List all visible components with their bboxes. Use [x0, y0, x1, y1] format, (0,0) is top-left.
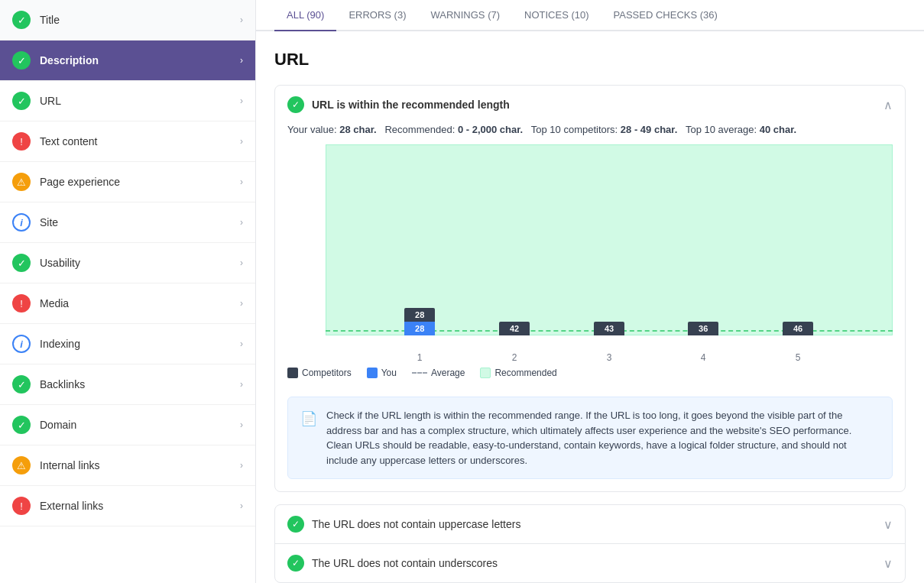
sidebar-label-external-links: External links	[40, 500, 240, 512]
sidebar-chevron-backlinks: ›	[240, 379, 243, 390]
sidebar-label-title: Title	[40, 14, 240, 26]
check-uppercase-icon: ✓	[287, 516, 304, 533]
main-check-header[interactable]: ✓ URL is within the recommended length ∧	[275, 86, 905, 124]
your-value: 28 char.	[339, 124, 376, 135]
check-underscores-chevron[interactable]: ∨	[883, 556, 893, 571]
sidebar-label-description: Description	[40, 54, 240, 66]
chart-inner: 28 28 42 43 36	[326, 144, 893, 335]
sidebar-item-site[interactable]: iSite›	[0, 202, 255, 243]
legend-dot-recommended	[480, 368, 491, 378]
sidebar-icon-external-links: !	[12, 497, 31, 515]
legend-recommended: Recommended	[480, 368, 556, 378]
sidebar-icon-title: ✓	[12, 11, 31, 29]
legend-recommended-label: Recommended	[494, 368, 556, 378]
sidebar-icon-usability: ✓	[12, 254, 31, 272]
tab-passed[interactable]: PASSED CHECKS (36)	[601, 0, 730, 31]
bar-group-2: 42	[499, 322, 530, 335]
check-pass-icon: ✓	[287, 96, 304, 113]
bar-competitor-1: 28	[404, 308, 435, 322]
legend-competitors-label: Competitors	[302, 368, 352, 378]
tab-warnings[interactable]: WARNINGS (7)	[419, 0, 513, 31]
sidebar-item-page-experience[interactable]: ⚠Page experience›	[0, 162, 255, 202]
recommended-label: Recommended:	[384, 124, 455, 135]
content-area: URL ✓ URL is within the recommended leng…	[256, 31, 924, 583]
check-uppercase-label: The URL does not contain uppercase lette…	[312, 518, 883, 530]
sidebar-chevron-page-experience: ›	[240, 177, 243, 187]
bar-competitor-5: 46	[783, 322, 813, 335]
sidebar-icon-media: !	[12, 294, 31, 313]
sidebar-icon-domain: ✓	[12, 416, 31, 434]
legend-you: You	[367, 368, 397, 378]
sidebar-item-url[interactable]: ✓URL›	[0, 81, 255, 121]
chart-background	[326, 144, 893, 335]
legend-dot-average	[412, 372, 427, 374]
sidebar-item-internal-links[interactable]: ⚠Internal links›	[0, 445, 255, 486]
sidebar-chevron-description: ›	[240, 55, 243, 66]
sidebar-icon-page-experience: ⚠	[12, 173, 31, 191]
info-text: Check if the URL length is within the re…	[326, 408, 880, 468]
sidebar-chevron-title: ›	[240, 15, 243, 25]
top10-value: 28 - 49 char.	[621, 124, 677, 135]
chart-section: Your value: 28 char. Recommended: 0 - 2,…	[275, 124, 905, 390]
sidebar: ✓Title›✓Description›✓URL›!Text content›⚠…	[0, 0, 256, 583]
sidebar-icon-url: ✓	[12, 92, 31, 110]
tab-notices[interactable]: NOTICES (10)	[512, 0, 601, 31]
sidebar-item-text-content[interactable]: !Text content›	[0, 121, 255, 162]
sidebar-item-external-links[interactable]: !External links›	[0, 486, 255, 526]
sidebar-chevron-domain: ›	[240, 419, 243, 430]
your-value-label: Your value:	[287, 124, 337, 135]
page-title: URL	[274, 50, 906, 70]
tab-all[interactable]: ALL (90)	[274, 0, 336, 31]
sidebar-item-media[interactable]: !Media›	[0, 283, 255, 324]
sidebar-item-domain[interactable]: ✓Domain›	[0, 405, 255, 445]
main-check-title: URL is within the recommended length	[312, 99, 883, 111]
sidebar-item-indexing[interactable]: iIndexing›	[0, 324, 255, 364]
bar-chart: 0 500 1000 1500 2000 28	[287, 144, 893, 358]
avg-label: Top 10 average:	[686, 124, 757, 135]
legend-you-label: You	[381, 368, 397, 378]
bar-group-1: 28 28	[404, 308, 435, 335]
sidebar-chevron-text-content: ›	[240, 136, 243, 147]
bar-group-4: 36	[688, 322, 718, 335]
bar-competitor-4: 36	[688, 322, 718, 335]
sidebar-item-title[interactable]: ✓Title›	[0, 0, 255, 40]
sidebar-label-indexing: Indexing	[40, 338, 240, 350]
sidebar-label-text-content: Text content	[40, 135, 240, 147]
main-content: ALL (90)ERRORS (3)WARNINGS (7)NOTICES (1…	[256, 0, 924, 583]
sidebar-chevron-site: ›	[240, 217, 243, 228]
sidebar-chevron-internal-links: ›	[240, 460, 243, 471]
check-uppercase-chevron[interactable]: ∨	[883, 517, 893, 532]
collapse-icon[interactable]: ∧	[883, 98, 893, 112]
legend-competitors: Competitors	[287, 368, 352, 378]
sidebar-item-backlinks[interactable]: ✓Backlinks›	[0, 364, 255, 405]
sidebar-label-media: Media	[40, 297, 240, 309]
tab-errors[interactable]: ERRORS (3)	[336, 0, 418, 31]
bottom-checks-block: ✓ The URL does not contain uppercase let…	[274, 504, 906, 583]
sidebar-label-site: Site	[40, 216, 240, 228]
check-uppercase[interactable]: ✓ The URL does not contain uppercase let…	[275, 505, 905, 544]
sidebar-icon-backlinks: ✓	[12, 375, 31, 394]
chart-meta: Your value: 28 char. Recommended: 0 - 2,…	[287, 124, 893, 135]
check-underscores-label: The URL does not contain underscores	[312, 557, 883, 569]
check-underscores-icon: ✓	[287, 555, 304, 572]
legend-average-label: Average	[431, 368, 465, 378]
bar-competitor-2: 42	[499, 322, 530, 335]
legend-dot-competitors	[287, 368, 298, 378]
sidebar-label-page-experience: Page experience	[40, 176, 240, 188]
avg-value: 40 char.	[760, 124, 796, 135]
main-check-block: ✓ URL is within the recommended length ∧…	[274, 85, 906, 492]
sidebar-chevron-external-links: ›	[240, 500, 243, 511]
check-underscores[interactable]: ✓ The URL does not contain underscores ∨	[275, 544, 905, 582]
sidebar-chevron-usability: ›	[240, 257, 243, 268]
sidebar-icon-internal-links: ⚠	[12, 456, 31, 474]
info-box: 📄 Check if the URL length is within the …	[287, 397, 893, 479]
sidebar-item-usability[interactable]: ✓Usability›	[0, 243, 255, 283]
sidebar-icon-site: i	[12, 213, 31, 232]
sidebar-chevron-media: ›	[240, 298, 243, 309]
bar-group-3: 43	[594, 322, 624, 335]
sidebar-icon-indexing: i	[12, 335, 31, 353]
sidebar-item-description[interactable]: ✓Description›	[0, 40, 255, 81]
sidebar-label-domain: Domain	[40, 419, 240, 431]
chart-legend: Competitors You Average Recommended	[287, 368, 893, 378]
bar-group-5: 46	[783, 322, 813, 335]
